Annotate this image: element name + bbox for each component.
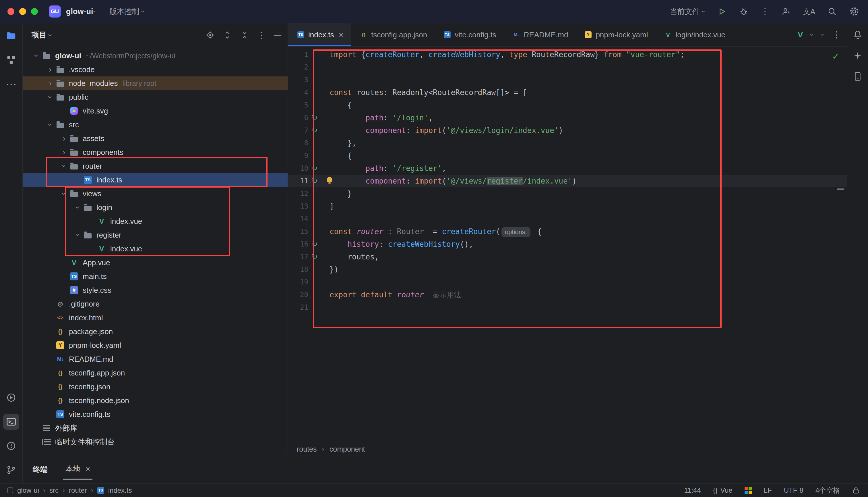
tree-row[interactable]: main.ts bbox=[23, 269, 288, 283]
tree-row[interactable]: node_moduleslibrary root bbox=[23, 76, 288, 90]
structure-tool-icon[interactable] bbox=[3, 52, 19, 68]
notifications-bell-icon[interactable] bbox=[853, 30, 863, 40]
chevron-right-icon[interactable] bbox=[45, 66, 55, 73]
more-tool-windows-icon[interactable]: ⋯ bbox=[3, 76, 19, 92]
breadcrumb-item[interactable]: component bbox=[329, 445, 365, 453]
project-name[interactable]: glow-ui bbox=[66, 7, 93, 16]
tree-row[interactable]: package.json bbox=[23, 325, 288, 338]
chevron-right-icon[interactable] bbox=[45, 79, 55, 87]
statusbar-project[interactable]: glow-ui bbox=[17, 486, 39, 494]
locate-file-icon[interactable] bbox=[206, 30, 215, 40]
vcs-menu[interactable]: 版本控制 bbox=[109, 6, 145, 17]
project-panel-title[interactable]: 项目 bbox=[32, 30, 46, 40]
more-actions-kebab-icon[interactable]: ⋮ bbox=[761, 7, 769, 16]
device-manager-icon[interactable] bbox=[853, 72, 863, 81]
tab-vite-config-ts[interactable]: vite.config.ts bbox=[435, 23, 504, 46]
services-tool-icon[interactable] bbox=[3, 389, 19, 406]
zoom-window-button[interactable] bbox=[31, 8, 38, 15]
tree-row[interactable]: style.css bbox=[23, 283, 288, 297]
tree-row[interactable]: .gitignore bbox=[23, 297, 288, 311]
collapse-all-icon[interactable] bbox=[240, 30, 249, 40]
terminal-tab-local[interactable]: 本地 × bbox=[63, 460, 92, 480]
code-with-me-icon[interactable] bbox=[781, 6, 791, 16]
tree-row[interactable]: glow-ui~/WebstormProjects/glow-ui bbox=[23, 49, 288, 62]
tree-row[interactable]: index.html bbox=[23, 311, 288, 325]
tree-row[interactable]: assets bbox=[23, 131, 288, 145]
chevron-down-icon[interactable] bbox=[45, 93, 55, 101]
statusbar-crumb[interactable]: src bbox=[49, 486, 59, 494]
tree-row[interactable]: README.md bbox=[23, 352, 288, 366]
lock-icon[interactable] bbox=[852, 486, 860, 494]
tree-row[interactable]: index.vue bbox=[23, 214, 288, 228]
problems-tool-icon[interactable] bbox=[3, 438, 19, 454]
panel-options-kebab-icon[interactable]: ⋮ bbox=[257, 31, 266, 39]
chevron-down-icon[interactable] bbox=[73, 231, 83, 239]
tree-row[interactable]: login bbox=[23, 200, 288, 214]
code-editor[interactable]: 1import {createRouter, createWebHistory,… bbox=[288, 46, 847, 442]
tab-readme-md[interactable]: README.md bbox=[504, 23, 576, 46]
tree-row[interactable]: 临时文件和控制台 bbox=[23, 435, 288, 449]
tree-row[interactable]: public bbox=[23, 90, 288, 104]
chevron-down-icon[interactable] bbox=[59, 162, 69, 170]
search-icon[interactable] bbox=[827, 6, 837, 16]
hide-panel-icon[interactable]: — bbox=[274, 31, 281, 39]
tree-row[interactable]: tsconfig.app.json bbox=[23, 366, 288, 380]
tree-row[interactable]: components bbox=[23, 145, 288, 159]
colored-grid-icon[interactable] bbox=[745, 487, 752, 494]
tree-row[interactable]: index.vue bbox=[23, 242, 288, 256]
tab-pnpm-lock-yaml[interactable]: pnpm-lock.yaml bbox=[575, 23, 655, 46]
close-tab-icon[interactable]: × bbox=[339, 30, 344, 40]
close-window-button[interactable] bbox=[8, 8, 14, 15]
tab-login-index-vue[interactable]: login/index.vue bbox=[655, 23, 733, 46]
quickfix-bulb-icon[interactable] bbox=[327, 177, 333, 183]
ai-assistant-icon[interactable] bbox=[853, 51, 863, 61]
chevron-down-icon[interactable] bbox=[93, 8, 95, 15]
close-tab-icon[interactable]: × bbox=[86, 465, 90, 474]
chevron-down-icon[interactable] bbox=[49, 31, 52, 39]
line-separator-widget[interactable]: LF bbox=[764, 486, 772, 494]
chevron-down-icon[interactable] bbox=[73, 203, 83, 211]
show-usages-hint[interactable]: 显示用法 bbox=[432, 291, 461, 299]
chevron-right-icon[interactable] bbox=[59, 148, 69, 156]
chevron-down-icon[interactable] bbox=[32, 52, 41, 60]
run-configuration-selector[interactable]: 当前文件 bbox=[670, 6, 705, 17]
encoding-widget[interactable]: UTF-8 bbox=[784, 486, 804, 494]
statusbar-file[interactable]: index.ts bbox=[108, 486, 132, 494]
chevron-right-icon[interactable] bbox=[59, 134, 69, 142]
tab-index-ts[interactable]: index.ts× bbox=[288, 23, 351, 46]
expand-all-icon[interactable] bbox=[223, 30, 232, 40]
caret-position-widget[interactable]: 11:44 bbox=[684, 486, 701, 494]
tree-row[interactable]: App.vue bbox=[23, 256, 288, 269]
framework-widget[interactable]: {} Vue bbox=[713, 486, 733, 494]
tree-row[interactable]: tsconfig.node.json bbox=[23, 394, 288, 407]
tree-row[interactable]: tsconfig.json bbox=[23, 380, 288, 394]
tab-tsconfig-app-json[interactable]: tsconfig.app.json bbox=[351, 23, 435, 46]
statusbar-crumb[interactable]: router bbox=[69, 486, 87, 494]
translate-icon[interactable]: 文A bbox=[803, 7, 815, 16]
chevron-down-icon[interactable] bbox=[811, 31, 814, 39]
project-tool-icon[interactable] bbox=[3, 28, 19, 44]
tree-row[interactable]: pnpm-lock.yaml bbox=[23, 338, 288, 352]
hidden-tabs-chevron-icon[interactable] bbox=[822, 31, 824, 39]
minimize-window-button[interactable] bbox=[19, 8, 26, 15]
tree-row[interactable]: .vscode bbox=[23, 62, 288, 76]
debug-button[interactable] bbox=[739, 6, 749, 16]
settings-gear-icon[interactable] bbox=[849, 6, 859, 17]
tree-row[interactable]: 外部库 bbox=[23, 421, 288, 435]
tab-options-kebab-icon[interactable]: ⋮ bbox=[832, 30, 841, 39]
breadcrumb-item[interactable]: routes bbox=[297, 445, 317, 453]
tree-row[interactable]: vite.svg bbox=[23, 104, 288, 118]
terminal-panel-title[interactable]: 终端 bbox=[33, 465, 48, 474]
tree-row[interactable]: src bbox=[23, 118, 288, 131]
indent-widget[interactable]: 4个空格 bbox=[815, 486, 840, 495]
git-tool-icon[interactable] bbox=[3, 462, 19, 478]
tree-row[interactable]: index.ts bbox=[23, 173, 288, 187]
tree-row[interactable]: register bbox=[23, 228, 288, 242]
inspections-ok-icon[interactable]: ✓ bbox=[832, 50, 840, 62]
run-button[interactable] bbox=[717, 6, 727, 16]
terminal-tool-icon[interactable] bbox=[3, 414, 19, 430]
tree-row[interactable]: router bbox=[23, 159, 288, 173]
chevron-down-icon[interactable] bbox=[59, 189, 69, 198]
tree-row[interactable]: views bbox=[23, 187, 288, 200]
tree-row[interactable]: vite.config.ts bbox=[23, 407, 288, 421]
